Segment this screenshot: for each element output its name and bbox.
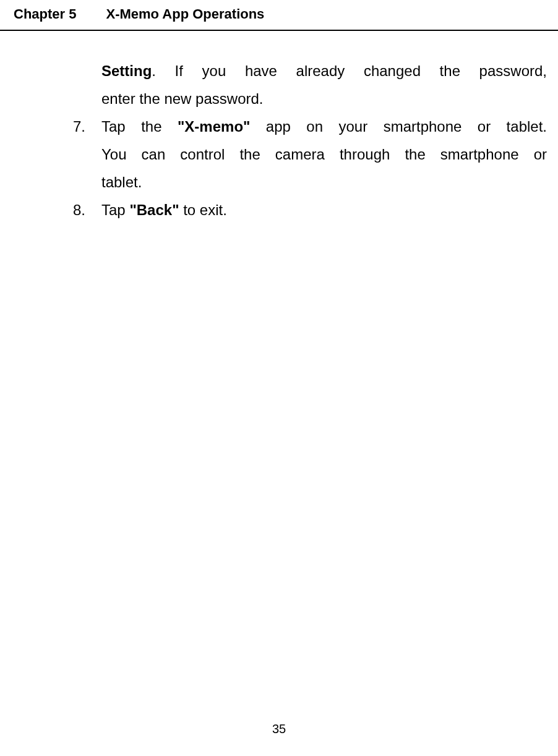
prev-item-rest: . If you have already changed the passwo…: [152, 62, 547, 79]
item8-post: to exit.: [179, 202, 227, 218]
prev-item-line2: enter the new password.: [73, 85, 547, 113]
prev-item-bold: Setting: [101, 62, 152, 79]
chapter-label: Chapter 5: [14, 6, 76, 22]
item8-line1: 8.Tap "Back" to exit.: [73, 196, 547, 224]
item7-pre: Tap the: [101, 118, 178, 135]
page-header: Chapter 5 X-Memo App Operations: [0, 0, 558, 22]
item7-number: 7.: [73, 113, 101, 140]
prev-item-line1: Setting. If you have already changed the…: [73, 57, 547, 85]
item8-bold: "Back": [129, 202, 179, 218]
item7-line3: tablet.: [73, 168, 547, 196]
page-body: Setting. If you have already changed the…: [0, 31, 558, 224]
item7-bold: "X-memo": [178, 118, 250, 135]
item8-pre: Tap: [101, 202, 129, 218]
item8-number: 8.: [73, 196, 101, 224]
item7-post: app on your smartphone or tablet.: [250, 118, 547, 135]
item7-line2: You can control the camera through the s…: [73, 140, 547, 168]
chapter-title: X-Memo App Operations: [106, 6, 264, 22]
page-number: 35: [0, 722, 558, 736]
item7-line1: 7.Tap the "X-memo" app on your smartphon…: [73, 113, 547, 140]
